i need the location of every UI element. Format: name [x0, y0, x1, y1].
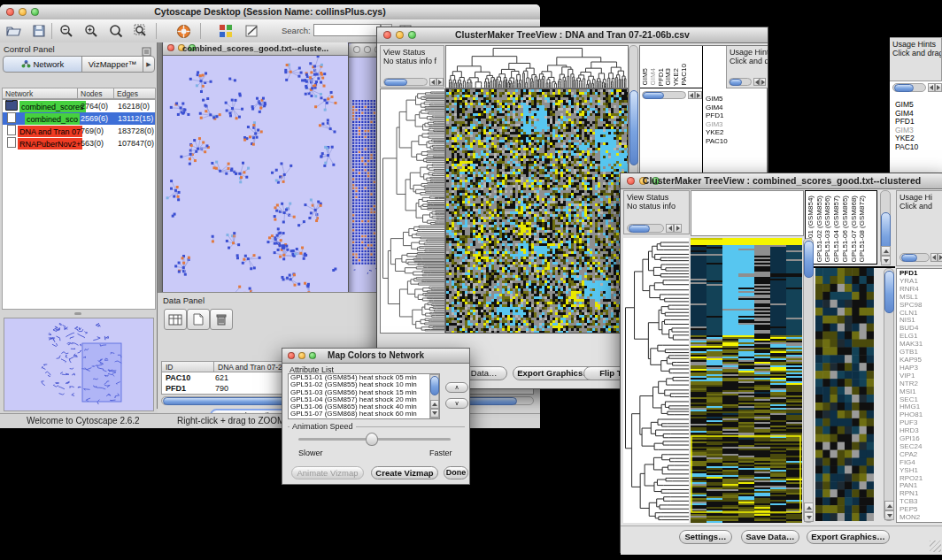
scroll-left-icon[interactable] — [928, 83, 935, 92]
column-label[interactable]: GPL51-03 (GSM856) — [824, 196, 831, 263]
scroll-left-icon[interactable] — [666, 224, 674, 233]
scroll-right-icon[interactable] — [935, 83, 942, 92]
zoom-vscrollbar[interactable] — [884, 268, 894, 521]
attribute-list-item[interactable]: GPL51-07 (GSM868) heat shock 60 min — [289, 410, 439, 418]
speed-slider-thumb[interactable] — [366, 433, 378, 446]
scroll-left-icon[interactable] — [688, 91, 695, 99]
heatmap-global-view[interactable] — [445, 88, 629, 334]
open-file-icon[interactable] — [4, 22, 24, 40]
gene-label[interactable]: MON2 — [900, 514, 923, 522]
close-button[interactable] — [353, 46, 360, 53]
column-label[interactable]: GPL51-06 (GSM865) — [842, 196, 849, 263]
column-label[interactable]: GPL51-04 (GSM857) — [833, 196, 840, 263]
zoom-hscrollbar[interactable] — [642, 91, 686, 99]
column-label[interactable]: GPL51-08 (GSM872) — [859, 196, 866, 263]
row-dendrogram[interactable] — [623, 238, 689, 523]
help-lifering-icon[interactable] — [174, 22, 193, 40]
attribute-list-vscrollbar[interactable] — [429, 374, 439, 418]
tab-vizmapper[interactable]: VizMapper™ — [81, 56, 143, 73]
tab-overflow-button[interactable]: ▶ — [143, 56, 155, 73]
gene-label[interactable]: GIM4 — [706, 104, 728, 112]
zoom-in-icon[interactable] — [81, 22, 101, 40]
usage-hscrollbar[interactable] — [729, 78, 752, 86]
column-header-network[interactable]: Network — [2, 88, 78, 99]
gene-label[interactable]: PFD1 — [706, 111, 728, 120]
treeview-combined-titlebar[interactable]: ClusterMaker TreeView : combined_scores_… — [621, 173, 942, 189]
save-icon[interactable] — [29, 22, 49, 40]
attribute-table-icon[interactable] — [164, 309, 187, 330]
network-overview-thumbnail[interactable] — [4, 318, 154, 411]
heatmap-zoom-view[interactable] — [815, 268, 874, 521]
minimize-button[interactable] — [364, 46, 371, 53]
scroll-right-icon[interactable] — [695, 91, 702, 99]
column-header-id[interactable]: ID — [161, 361, 214, 372]
scroll-up-icon[interactable] — [881, 246, 891, 256]
export-graphics-button[interactable]: Export Graphics… — [807, 530, 890, 544]
delete-attribute-icon[interactable] — [210, 309, 233, 330]
gene-label[interactable]: GIM3 — [706, 120, 728, 129]
save-data-button[interactable]: Save Data… — [741, 530, 799, 544]
scroll-left-icon[interactable] — [429, 78, 436, 86]
view-status-hscrollbar[interactable] — [383, 78, 428, 86]
column-dendrogram[interactable] — [445, 45, 629, 88]
network-view-titlebar[interactable]: combined_scores_good.txt--cluste... — [163, 42, 348, 56]
annotation-icon[interactable] — [243, 22, 262, 40]
scroll-right-icon[interactable] — [436, 78, 444, 86]
move-up-button[interactable]: ∧ — [445, 382, 468, 393]
zoom-out-icon[interactable] — [57, 22, 76, 40]
zoom-fit-icon[interactable] — [106, 22, 126, 40]
network-list-row[interactable]: combined_sco 2569(6) 13112(15) — [3, 112, 155, 125]
column-label[interactable]: PAC10 — [681, 64, 688, 86]
scroll-up-icon[interactable] — [804, 502, 814, 512]
scroll-up-icon[interactable] — [430, 400, 439, 409]
tab-network[interactable]: Network — [3, 56, 82, 73]
column-label[interactable]: GPL51-07 (GSM868) — [851, 196, 858, 263]
heatmap-vscrollbar[interactable] — [803, 238, 814, 523]
dialog-titlebar[interactable]: Map Colors to Network — [282, 349, 469, 364]
network-list-row[interactable]: DNA and Tran 07 769(0) 183728(0) — [3, 125, 155, 137]
fragment-hscrollbar[interactable] — [892, 83, 926, 92]
column-label[interactable]: GIM4 — [650, 68, 657, 86]
gene-label[interactable]: PAC10 — [895, 143, 918, 152]
gene-label[interactable]: YKE2 — [706, 128, 728, 137]
row-dendrogram[interactable] — [380, 88, 445, 334]
gene-label[interactable]: PAC10 — [706, 137, 728, 146]
column-header-edges[interactable]: Edges — [113, 88, 156, 99]
labels-vscrollbar[interactable] — [880, 190, 891, 265]
scroll-down-icon[interactable] — [884, 510, 894, 520]
done-button[interactable]: Done — [444, 466, 468, 479]
zoom-selected-icon[interactable] — [131, 22, 151, 40]
splitter-handle[interactable] — [74, 312, 81, 315]
usage-hscrollbar[interactable] — [900, 253, 930, 262]
animate-vizmap-button[interactable]: Animate Vizmap — [291, 466, 364, 479]
settings-button[interactable]: Settings… — [679, 530, 732, 544]
cytoscape-titlebar[interactable]: Cytoscape Desktop (Session Name: collins… — [0, 4, 540, 20]
column-header-nodes[interactable]: Nodes — [77, 88, 114, 99]
column-label[interactable]: GIM5 — [642, 68, 649, 86]
scroll-down-icon[interactable] — [881, 256, 891, 265]
new-attribute-icon[interactable] — [187, 309, 210, 330]
view-status-hscrollbar[interactable] — [627, 224, 664, 233]
move-down-button[interactable]: ∨ — [445, 398, 468, 409]
column-dendrogram-area[interactable] — [691, 190, 804, 236]
scroll-right-icon[interactable] — [674, 224, 682, 233]
scroll-down-icon[interactable] — [430, 409, 439, 418]
scroll-right-icon[interactable] — [760, 78, 766, 86]
scroll-right-icon[interactable] — [938, 253, 942, 262]
column-label[interactable]: YKE2 — [673, 68, 680, 86]
treeview-dna-titlebar[interactable]: ClusterMaker TreeView : DNA and Tran 07-… — [377, 27, 768, 43]
network-canvas[interactable] — [164, 56, 345, 325]
zoom-heatmap-matrix[interactable] — [645, 105, 688, 148]
create-vizmap-button[interactable]: Create Vizmap — [371, 466, 438, 479]
network-list-row[interactable]: RNAPuberNov2+ 563(0) 107847(0) — [3, 137, 155, 150]
scroll-down-icon[interactable] — [804, 512, 814, 522]
scroll-up-icon[interactable] — [884, 501, 894, 510]
gene-label[interactable]: GIM5 — [706, 95, 728, 104]
search-input[interactable] — [313, 24, 381, 36]
heatmap-global-view[interactable] — [691, 238, 802, 523]
scroll-left-icon[interactable] — [930, 253, 938, 262]
vizmap-icon[interactable] — [216, 22, 236, 40]
column-label[interactable]: GPL51-02 (GSM855) — [816, 196, 823, 263]
network-list-row[interactable]: combined_scores 2764(0) 16218(0) — [3, 100, 155, 112]
scroll-left-icon[interactable] — [753, 78, 760, 86]
